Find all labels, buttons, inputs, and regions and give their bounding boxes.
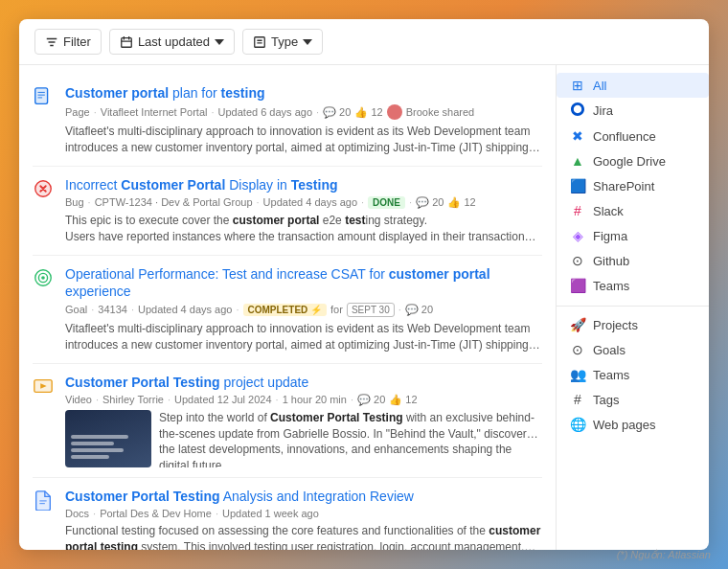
chevron-down-icon <box>215 39 224 45</box>
chevron-down-icon2 <box>303 39 312 45</box>
sidebar-item-figma[interactable]: ◈ Figma <box>557 223 709 248</box>
footer-note: (*) Nguồn: Atlassian <box>617 549 711 561</box>
filter-icon <box>45 35 58 49</box>
list-item: Operational Performance: Test and increa… <box>33 256 542 364</box>
teams-type-icon: 👥 <box>570 367 585 382</box>
result-desc: Functional testing focused on assessing … <box>65 523 542 550</box>
svg-rect-7 <box>255 36 265 47</box>
filter-label: Filter <box>63 34 91 49</box>
main-card: Filter Last updated Type <box>19 19 709 550</box>
result-body: Incorrect Customer Portal Display in Tes… <box>65 176 542 245</box>
sidebar-item-confluence[interactable]: ✖ Confluence <box>557 124 709 148</box>
bug-icon <box>33 178 56 201</box>
result-title[interactable]: Incorrect Customer Portal Display in Tes… <box>65 176 542 193</box>
sidebar-item-web-pages[interactable]: 🌐 Web pages <box>557 412 709 437</box>
list-item: Incorrect Customer Portal Display in Tes… <box>33 167 542 256</box>
goals-icon: ⊙ <box>570 342 585 357</box>
result-title[interactable]: Operational Performance: Test and increa… <box>65 265 542 300</box>
result-title[interactable]: Customer Portal Testing project update <box>65 374 542 391</box>
all-icon: ⊞ <box>570 78 585 93</box>
result-meta: Goal · 34134 · Updated 4 days ago · COMP… <box>65 303 542 317</box>
page-icon <box>33 86 56 109</box>
result-title[interactable]: Customer portal plan for testing <box>65 84 542 102</box>
confluence-icon: ✖ <box>570 128 585 144</box>
type-label: Type <box>271 34 298 49</box>
sidebar-item-teams[interactable]: 🟪 Teams <box>557 273 709 298</box>
sidebar-item-all[interactable]: ⊞ All <box>557 73 709 98</box>
slack-icon: # <box>570 203 585 218</box>
sidebar-item-label: Goals <box>593 343 626 357</box>
sidebar-item-label: Google Drive <box>593 154 666 169</box>
web-pages-icon: 🌐 <box>570 417 585 432</box>
calendar-icon <box>120 35 133 49</box>
result-body: Customer Portal Testing project update V… <box>65 374 542 467</box>
completed-badge: COMPLETED ⚡ <box>243 304 328 316</box>
projects-icon: 🚀 <box>570 317 585 332</box>
svg-rect-10 <box>35 88 48 104</box>
filter-button[interactable]: Filter <box>34 29 102 55</box>
last-updated-button[interactable]: Last updated <box>109 29 235 55</box>
result-title[interactable]: Customer Portal Testing Analysis and Int… <box>65 488 542 505</box>
sidebar-item-teams-type[interactable]: 👥 Teams <box>557 362 709 387</box>
types-section: 🚀 Projects ⊙ Goals 👥 Teams # Tags 🌐 <box>557 312 709 437</box>
teams-icon: 🟪 <box>570 278 585 293</box>
type-icon <box>253 35 266 49</box>
sidebar-item-label: Web pages <box>593 418 656 432</box>
result-desc: Vitafleet's multi-disciplinary approach … <box>65 124 542 156</box>
sidebar-item-label: Teams <box>593 368 629 382</box>
sidebar-item-slack[interactable]: # Slack <box>557 198 709 223</box>
result-meta: Video · Shirley Torrie · Updated 12 Jul … <box>65 394 542 406</box>
sidebar: ⊞ All Jira ✖ Confluence ▲ Google Drive <box>556 65 709 550</box>
toolbar: Filter Last updated Type <box>19 19 709 65</box>
result-desc: This epic is to execute cover the custom… <box>65 213 542 245</box>
sidebar-item-github[interactable]: ⊙ Github <box>557 248 709 273</box>
result-body: Customer portal plan for testing Page · … <box>65 84 542 156</box>
result-meta: Bug · CPTW-1234 · Dev & Portal Group · U… <box>65 196 542 209</box>
list-item: Customer Portal Testing Analysis and Int… <box>33 478 542 550</box>
sidebar-item-label: Slack <box>593 204 624 218</box>
list-item: Customer portal plan for testing Page · … <box>33 75 542 167</box>
sharepoint-icon: 🟦 <box>570 178 585 193</box>
google-drive-icon: ▲ <box>570 153 585 169</box>
svg-rect-3 <box>122 37 132 47</box>
body-area: Customer portal plan for testing Page · … <box>19 65 709 550</box>
sidebar-item-label: Confluence <box>593 129 656 144</box>
sources-section: ⊞ All Jira ✖ Confluence ▲ Google Drive <box>557 73 709 298</box>
sidebar-item-label: Projects <box>593 318 638 332</box>
sidebar-item-tags[interactable]: # Tags <box>557 387 709 412</box>
video-content: Step into the world of Customer Portal T… <box>65 410 542 467</box>
done-badge: DONE <box>368 196 405 209</box>
result-meta: Docs · Portal Des & Dev Home · Updated 1… <box>65 508 542 519</box>
sidebar-item-label: Tags <box>593 393 619 407</box>
result-body: Customer Portal Testing Analysis and Int… <box>65 488 542 550</box>
video-thumbnail <box>65 410 151 467</box>
results-list: Customer portal plan for testing Page · … <box>19 65 556 550</box>
github-icon: ⊙ <box>570 253 585 268</box>
video-icon <box>33 376 56 398</box>
result-body: Operational Performance: Test and increa… <box>65 265 542 353</box>
figma-icon: ◈ <box>570 228 585 243</box>
sidebar-item-google-drive[interactable]: ▲ Google Drive <box>557 148 709 173</box>
sidebar-item-projects[interactable]: 🚀 Projects <box>557 312 709 337</box>
result-meta: Page · Vitafleet Internet Portal · Updat… <box>65 104 542 120</box>
sidebar-item-label: All <box>593 79 606 93</box>
sidebar-item-jira[interactable]: Jira <box>557 98 709 124</box>
result-desc: Step into the world of Customer Portal T… <box>159 410 542 467</box>
type-button[interactable]: Type <box>242 29 323 55</box>
tags-icon: # <box>570 392 585 407</box>
sidebar-item-label: Figma <box>593 229 627 243</box>
sidebar-item-label: Github <box>593 254 629 268</box>
goal-icon <box>33 267 56 290</box>
sidebar-item-label: Jira <box>593 103 613 118</box>
result-desc: Vitafleet's multi-disciplinary approach … <box>65 321 542 353</box>
sidebar-divider <box>557 306 709 307</box>
sidebar-item-label: Teams <box>593 279 629 293</box>
sidebar-item-goals[interactable]: ⊙ Goals <box>557 337 709 362</box>
list-item: Customer Portal Testing project update V… <box>33 364 542 478</box>
docs-icon <box>33 489 56 512</box>
sidebar-item-sharepoint[interactable]: 🟦 SharePoint <box>557 173 709 198</box>
svg-point-19 <box>41 276 45 280</box>
last-updated-label: Last updated <box>138 34 210 49</box>
jira-icon <box>570 102 585 119</box>
sidebar-item-label: SharePoint <box>593 179 654 193</box>
